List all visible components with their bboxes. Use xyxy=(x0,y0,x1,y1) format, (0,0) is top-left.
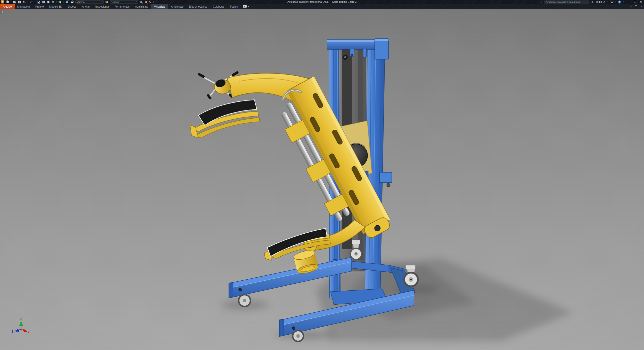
tab-modelo-3d[interactable]: Modelo 3D xyxy=(47,4,65,9)
paste-icon[interactable] xyxy=(47,0,50,4)
app-restore-button[interactable]: ❐ xyxy=(634,1,636,3)
user-menu-dropdown[interactable]: ▾ xyxy=(607,1,608,3)
material-combobox-chevron-icon[interactable]: ▾ xyxy=(101,1,102,3)
open-file-icon[interactable] xyxy=(13,0,16,4)
undo-dropdown[interactable]: ▾ xyxy=(27,1,28,3)
save-icon[interactable] xyxy=(18,0,21,4)
title-bar: I ▾ ▾ ▾ ▾ xyxy=(0,0,644,4)
redo-icon[interactable] xyxy=(30,0,33,4)
ribbon-tab-bar: Arquivo Montagem Projeto Modelo 3D Esboç… xyxy=(0,4,644,9)
document-restore-button[interactable]: ❐ xyxy=(635,5,637,8)
document-title: Carro Bobina Cobre 3 xyxy=(332,1,357,3)
ribbon-collapse-dropdown[interactable]: ▾ xyxy=(248,6,249,7)
tab-arquivo[interactable]: Arquivo xyxy=(0,4,15,9)
axis-triad: Y Z X xyxy=(12,318,30,334)
color-wheel-icon[interactable] xyxy=(105,1,108,4)
appearance-combobox[interactable]: Aspecto ▾ xyxy=(110,0,138,4)
tab-ambientes[interactable]: Ambientes xyxy=(168,4,187,9)
tab-eletromecanico[interactable]: Eletromecânico xyxy=(186,4,210,9)
material-combobox-value: Material xyxy=(77,1,85,3)
return-icon[interactable] xyxy=(51,0,55,4)
ribbon-collapse-button[interactable]: ▾ xyxy=(243,5,247,8)
tab-visualizar[interactable]: Visualizar xyxy=(151,4,168,9)
tab-colaborar[interactable]: Colaborar xyxy=(210,4,227,9)
help-dropdown[interactable]: ▾ xyxy=(623,1,624,3)
titlebar-separator xyxy=(616,1,616,3)
undo-icon[interactable] xyxy=(23,0,26,4)
model-viewport[interactable]: Y Z X + xyxy=(0,9,644,350)
component-select-icon[interactable] xyxy=(66,0,69,4)
caster-wheel-rear[interactable] xyxy=(293,331,303,341)
clear-appearance-icon[interactable]: ✕ xyxy=(144,0,147,4)
new-file-dropdown[interactable]: ▾ xyxy=(11,1,12,3)
window-title: Autodesk Inventor Professional 2025 Carr… xyxy=(287,1,357,3)
customize-qat-dropdown[interactable]: ▾ xyxy=(156,1,157,3)
redo-dropdown[interactable]: ▾ xyxy=(35,1,36,3)
return-dropdown[interactable]: ▾ xyxy=(56,1,57,3)
tab-anotar[interactable]: Anotar xyxy=(79,4,93,9)
tab-administrar[interactable]: Administrar xyxy=(132,4,151,9)
quick-access-toolbar: I ▾ ▾ ▾ ▾ xyxy=(1,0,157,4)
product-title: Autodesk Inventor Professional 2025 xyxy=(287,1,328,3)
new-file-icon[interactable] xyxy=(6,0,9,4)
inventor-logo-icon[interactable]: I xyxy=(1,0,4,4)
caster-wheel-front[interactable] xyxy=(239,295,251,307)
search-expander-icon[interactable]: ▸ xyxy=(541,1,542,3)
tab-projeto[interactable]: Projeto xyxy=(33,4,46,9)
material-browser-icon[interactable] xyxy=(71,0,74,4)
home-icon[interactable] xyxy=(37,0,40,4)
model-canvas[interactable]: Y Z X xyxy=(0,9,644,350)
axis-label-y: Y xyxy=(20,318,22,321)
axis-label-x: X xyxy=(27,331,30,334)
add-command-button[interactable]: + xyxy=(152,1,154,4)
adjust-appearance-icon[interactable]: ◥ xyxy=(139,0,143,4)
tab-fusion[interactable]: Fusion xyxy=(227,4,241,9)
user-avatar-icon[interactable] xyxy=(591,0,594,4)
app-store-cart-icon[interactable] xyxy=(610,0,614,4)
appearance-combobox-value: Aspecto xyxy=(111,1,119,3)
tab-ferramentas[interactable]: Ferramentas xyxy=(112,4,133,9)
caster-wheel-mast[interactable] xyxy=(350,240,362,260)
priority-select-icon[interactable] xyxy=(58,0,62,4)
tab-inspecionar[interactable]: Inspecionar xyxy=(93,4,112,9)
appearance-combobox-chevron-icon[interactable]: ▾ xyxy=(136,1,137,3)
document-close-button[interactable]: ✕ xyxy=(640,5,642,8)
signed-in-username[interactable]: isidio.r.n xyxy=(596,1,605,3)
tab-montagem[interactable]: Montagem xyxy=(15,4,33,9)
axis-label-z: Z xyxy=(12,330,14,333)
browser-expand-button[interactable]: + xyxy=(1,10,4,14)
select-dropdown[interactable]: ▾ xyxy=(63,1,64,3)
help-icon[interactable]: ? xyxy=(618,1,621,4)
app-minimize-button[interactable]: ─ xyxy=(628,1,630,3)
parameters-fx-button[interactable]: fx xyxy=(149,1,151,4)
material-combobox[interactable]: Material ▾ xyxy=(75,0,104,4)
help-search-input[interactable] xyxy=(544,1,589,4)
tab-esboco[interactable]: Esboço xyxy=(65,4,79,9)
document-minimize-button[interactable]: ─ xyxy=(630,5,632,8)
iproperties-icon[interactable] xyxy=(42,0,45,4)
app-close-button[interactable]: ✕ xyxy=(640,1,642,3)
